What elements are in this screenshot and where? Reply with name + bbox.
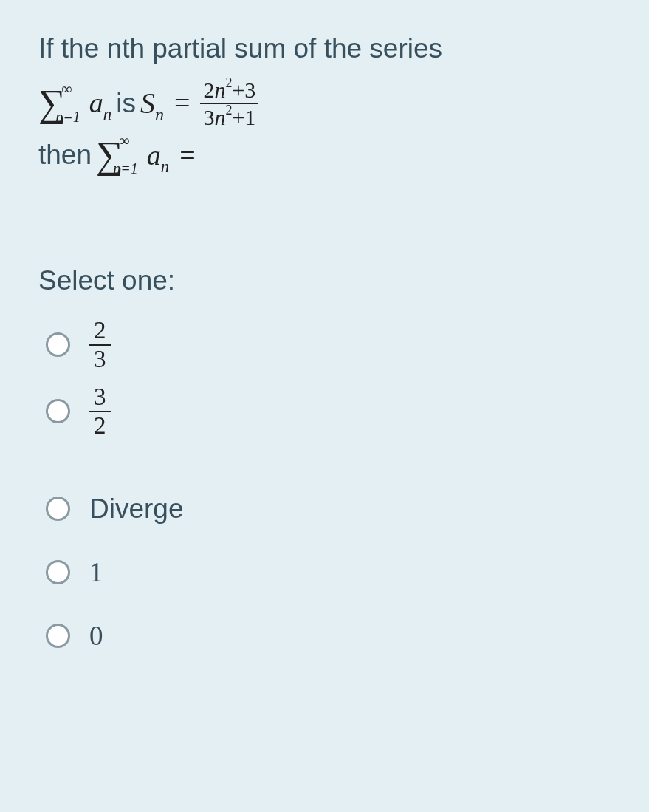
option-e-label: 0 bbox=[89, 620, 103, 652]
option-d[interactable]: 1 bbox=[46, 546, 611, 599]
option-c[interactable]: Diverge bbox=[46, 482, 611, 536]
radio-a[interactable] bbox=[46, 332, 70, 357]
option-b[interactable]: 3 2 bbox=[46, 383, 611, 440]
question-line-2: ∑ ∞ n=1 an is Sn = 2n2+3 3n2+1 bbox=[38, 77, 611, 130]
term-an: an bbox=[89, 82, 111, 124]
question-intro: If the nth partial sum of the series bbox=[38, 28, 611, 69]
term-an-2: an bbox=[147, 134, 169, 177]
partial-sum-fraction: 2n2+3 3n2+1 bbox=[200, 77, 258, 130]
option-a[interactable]: 2 3 bbox=[46, 317, 611, 373]
equals-1: = bbox=[168, 82, 196, 124]
sigma-2: ∑ ∞ n=1 bbox=[96, 136, 142, 174]
option-b-label: 3 2 bbox=[89, 383, 111, 440]
word-then: then bbox=[38, 134, 92, 176]
option-c-label: Diverge bbox=[89, 494, 184, 525]
select-prompt: Select one: bbox=[38, 265, 611, 296]
radio-b[interactable] bbox=[46, 399, 70, 423]
word-is: is bbox=[116, 83, 136, 124]
radio-c[interactable] bbox=[46, 497, 70, 521]
radio-d[interactable] bbox=[46, 560, 70, 584]
equals-2: = bbox=[174, 134, 195, 177]
option-a-label: 2 3 bbox=[89, 317, 111, 373]
question-stem: If the nth partial sum of the series ∑ ∞… bbox=[38, 28, 611, 177]
options-list: 2 3 3 2 Diverge 1 0 bbox=[38, 317, 611, 663]
question-line-3: then ∑ ∞ n=1 an = bbox=[38, 134, 611, 177]
option-e[interactable]: 0 bbox=[46, 610, 611, 663]
sigma-1: ∑ ∞ n=1 bbox=[38, 84, 85, 123]
Sn: Sn bbox=[140, 81, 164, 126]
radio-e[interactable] bbox=[46, 624, 70, 648]
option-d-label: 1 bbox=[89, 556, 103, 588]
